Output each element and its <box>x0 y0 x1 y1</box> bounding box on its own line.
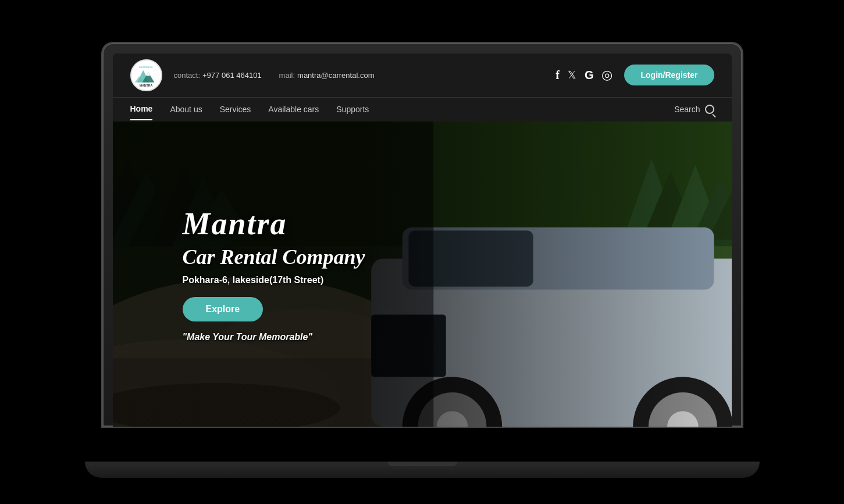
nav-item-home[interactable]: Home <box>130 98 153 120</box>
social-icons: f 𝕏 G ◎ <box>555 67 612 83</box>
hero-content: Mantra Car Rental Company Pokhara-6, lak… <box>113 121 732 427</box>
nav-item-supports[interactable]: Supports <box>336 99 369 120</box>
facebook-icon[interactable]: f <box>555 69 560 82</box>
hero-subtitle: Car Rental Company <box>183 245 365 269</box>
hero-tagline: "Make Your Tour Memorable" <box>183 332 313 342</box>
header-top: MANTRA CAR RENTAL contact: +977 061 4641… <box>113 53 732 97</box>
contact-info: contact: +977 061 464101 mail: mantra@ca… <box>174 71 544 80</box>
email-contact: mail: mantra@carrental.com <box>279 71 375 80</box>
search-label: Search <box>674 105 700 114</box>
laptop-hinge <box>387 462 457 466</box>
contact-label: contact: <box>174 71 201 80</box>
email-value: mantra@carrental.com <box>297 71 374 80</box>
login-register-button[interactable]: Login/Register <box>624 65 714 85</box>
google-icon[interactable]: G <box>585 69 594 82</box>
twitter-icon[interactable]: 𝕏 <box>568 69 576 81</box>
logo[interactable]: MANTRA CAR RENTAL <box>130 59 162 91</box>
hero-section: Mantra Car Rental Company Pokhara-6, lak… <box>113 121 732 427</box>
nav-item-about[interactable]: About us <box>170 99 202 120</box>
hero-address: Pokhara-6, lakeside(17th Street) <box>183 275 324 285</box>
search-icon[interactable] <box>705 105 714 114</box>
search-area[interactable]: Search <box>674 105 714 114</box>
phone-value: +977 061 464101 <box>202 71 262 80</box>
mail-label: mail: <box>279 71 295 80</box>
hero-title: Mantra <box>183 206 287 242</box>
svg-text:MANTRA: MANTRA <box>140 84 153 87</box>
phone-contact: contact: +977 061 464101 <box>174 71 262 80</box>
nav-item-services[interactable]: Services <box>220 99 251 120</box>
nav-links: Home About us Services Available cars Su… <box>130 98 675 120</box>
laptop-base <box>85 462 760 478</box>
navbar: Home About us Services Available cars Su… <box>113 97 732 121</box>
nav-item-available-cars[interactable]: Available cars <box>268 99 319 120</box>
svg-text:CAR RENTAL: CAR RENTAL <box>139 66 154 69</box>
instagram-icon[interactable]: ◎ <box>601 67 612 83</box>
explore-button[interactable]: Explore <box>183 297 263 321</box>
